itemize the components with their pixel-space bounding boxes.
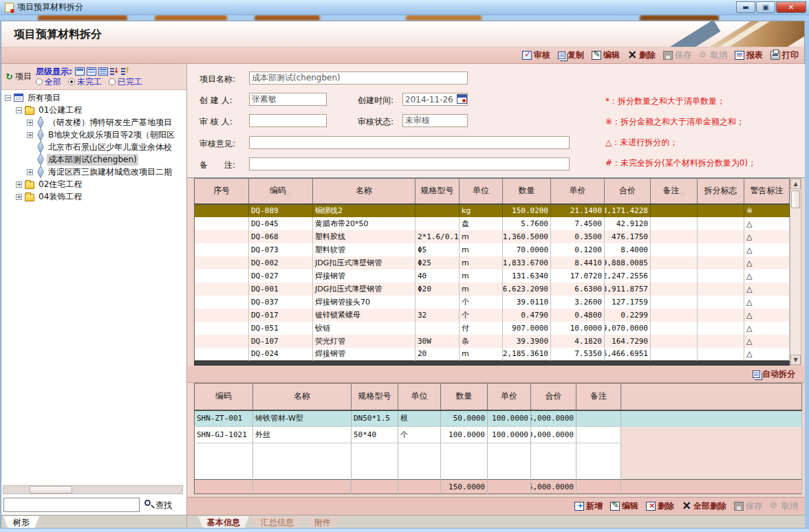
column-header[interactable]: 规格型号 bbox=[352, 384, 398, 410]
tree-item[interactable]: +（研发楼）博特研发生产基地项目 bbox=[1, 116, 186, 129]
expand-icon[interactable]: + bbox=[16, 181, 22, 188]
scroll-up-icon[interactable]: ▲ bbox=[790, 179, 801, 189]
collapse-icon[interactable]: − bbox=[5, 95, 11, 101]
maximize-icon[interactable]: ▣ bbox=[756, 1, 775, 13]
empty-row[interactable] bbox=[195, 443, 802, 480]
delete-row-button[interactable]: 删除 bbox=[646, 500, 674, 512]
column-header[interactable]: 名称 bbox=[253, 384, 352, 410]
column-header[interactable]: 警告标注 bbox=[744, 179, 790, 204]
material-row[interactable]: DQ-002JDG扣压式薄壁钢管Φ25m11,833.67008.441099,… bbox=[195, 256, 790, 269]
layout-view-icon-1[interactable] bbox=[75, 67, 85, 76]
audit-opinion-field[interactable] bbox=[249, 136, 570, 149]
material-row-selected[interactable]: DQ-089铜绑线2kg150.020021.14003,171.4228※ bbox=[195, 204, 790, 217]
column-header[interactable]: 单位 bbox=[460, 179, 503, 204]
column-header[interactable]: 编码△ bbox=[249, 179, 313, 204]
material-row[interactable]: DQ-017镀锌锁紧螺母32个0.47900.48000.2299△ bbox=[195, 309, 790, 322]
calendar-icon[interactable] bbox=[457, 94, 467, 104]
table-vertical-scrollbar[interactable]: ▲ ▼ bbox=[790, 178, 801, 366]
remark-field[interactable] bbox=[249, 157, 570, 170]
material-row[interactable]: DQ-107荧光灯管30W条39.39004.1820164.7290△ bbox=[195, 335, 790, 348]
audit-button[interactable]: 审核 bbox=[522, 49, 550, 61]
copy-button[interactable]: 复制 bbox=[558, 49, 584, 61]
tab-tree-view[interactable]: 树形 bbox=[3, 516, 39, 529]
column-header[interactable]: 合价 bbox=[605, 179, 651, 204]
expand-icon[interactable]: + bbox=[27, 169, 33, 175]
material-row[interactable]: DQ-037焊接钢管接头70个39.01103.2600127.1759△ bbox=[195, 296, 790, 309]
tree-item[interactable]: −01公建工程 bbox=[1, 104, 186, 116]
radio-option[interactable]: 已完工 bbox=[109, 77, 142, 87]
project-name-field[interactable] bbox=[249, 71, 468, 85]
material-row[interactable]: DQ-068塑料胶线2*1.6/0.15m1,360.50000.3500476… bbox=[195, 230, 790, 243]
sort-asc-icon[interactable] bbox=[121, 67, 130, 76]
scroll-down-icon[interactable]: ▼ bbox=[790, 355, 801, 365]
cancel-row-button[interactable]: 取消 bbox=[770, 500, 798, 512]
material-row[interactable]: DQ-051铰链付907.000010.00009,070.0000△ bbox=[195, 322, 790, 335]
save-row-button[interactable]: 保存 bbox=[734, 500, 762, 512]
print-button[interactable]: 打印 bbox=[770, 49, 799, 61]
material-row[interactable]: DQ-027焊接钢管40m131.634017.07202,247.2556△ bbox=[195, 269, 790, 282]
tree-item[interactable]: −所有项目 bbox=[1, 91, 186, 104]
split-row[interactable]: SHN-ZT-001铸铁管材-W型DN50*1.5根50.0000100.000… bbox=[195, 410, 802, 427]
edit-button[interactable]: 编辑 bbox=[592, 49, 620, 61]
table-horizontal-scrollbar[interactable] bbox=[194, 361, 790, 366]
edit-row-button[interactable]: 编辑 bbox=[610, 500, 638, 512]
minimize-icon[interactable]: ▬ bbox=[736, 1, 755, 13]
tree-item[interactable]: +B地块文化娱乐项目等2项（朝阳区 bbox=[1, 129, 186, 141]
column-header[interactable]: 编码 bbox=[195, 384, 253, 410]
expand-icon[interactable]: + bbox=[16, 194, 22, 200]
material-row[interactable]: DQ-045黄腊布带20*50盘5.76007.450042.9120△ bbox=[195, 217, 790, 230]
tree-item[interactable]: +海淀区西三旗建材城危改项目二期 bbox=[1, 166, 186, 178]
tab-inactive[interactable]: 汇总信息 bbox=[252, 516, 303, 529]
tree-item[interactable]: 北京市石景山区少年儿童业余体校 bbox=[1, 141, 186, 153]
refresh-icon[interactable]: ↻ bbox=[6, 71, 13, 82]
column-header[interactable]: 备注△ bbox=[651, 179, 698, 204]
search-icon[interactable] bbox=[144, 500, 151, 506]
column-header[interactable]: 规格型号 bbox=[416, 179, 460, 204]
column-header[interactable]: 拆分标志 bbox=[698, 179, 744, 204]
split-row[interactable]: SHN-GJ-1021外丝50*40个100.0000100.000010,00… bbox=[195, 427, 802, 443]
column-header[interactable]: 单位 bbox=[398, 384, 441, 410]
column-header[interactable]: 名称 bbox=[313, 179, 416, 204]
radio-selected[interactable]: 未完工 bbox=[68, 77, 102, 87]
material-row[interactable]: DQ-024焊接钢管20m2,185.36107.535016,466.6951… bbox=[195, 348, 790, 361]
save-button[interactable]: 保存 bbox=[663, 49, 691, 61]
material-row[interactable]: DQ-073塑料软管Φ5m70.00000.12008.4000△ bbox=[195, 243, 790, 256]
delete-button[interactable]: 删除 bbox=[627, 49, 656, 61]
expand-icon[interactable]: + bbox=[27, 132, 33, 138]
close-icon[interactable]: ✕ bbox=[776, 1, 806, 13]
tree-horizontal-scrollbar[interactable] bbox=[3, 485, 183, 494]
radio-option[interactable]: 全部 bbox=[36, 77, 61, 87]
column-header[interactable]: 序号 bbox=[195, 179, 249, 204]
material-row[interactable]: DQ-001JDG扣压式薄壁钢管Φ20m6,623.20906.630043,9… bbox=[195, 282, 790, 296]
cell: 50.0000 bbox=[441, 410, 488, 427]
tree-search-input[interactable] bbox=[3, 498, 140, 512]
auto-split-button[interactable]: 自动拆分 bbox=[753, 368, 795, 380]
scrollbar-thumb[interactable] bbox=[30, 486, 72, 494]
layout-view-icon-2[interactable] bbox=[87, 67, 96, 76]
tab-inactive[interactable]: 附件 bbox=[305, 516, 340, 529]
collapse-icon[interactable]: − bbox=[16, 107, 22, 113]
search-button[interactable]: 查找 bbox=[155, 500, 172, 511]
column-header[interactable]: 单价 bbox=[488, 384, 531, 410]
tree-item-selected[interactable]: 成本部测试(chengben) bbox=[1, 153, 186, 166]
expand-icon[interactable]: + bbox=[27, 120, 33, 126]
tree-item[interactable]: +02住宅工程 bbox=[1, 178, 186, 190]
audit-status-field[interactable] bbox=[402, 114, 468, 127]
scrollbar-thumb[interactable] bbox=[791, 190, 800, 208]
cancel-button[interactable]: 取消 bbox=[699, 49, 727, 61]
auditor-field[interactable] bbox=[249, 114, 327, 127]
column-header[interactable]: 数量 bbox=[441, 384, 488, 410]
column-header[interactable]: 单价 bbox=[551, 179, 605, 204]
report-button[interactable]: 报表 bbox=[735, 49, 763, 61]
creator-field[interactable] bbox=[249, 93, 327, 106]
tree-item[interactable]: +04装饰工程 bbox=[1, 190, 186, 203]
tab-active[interactable]: 基本信息 bbox=[198, 516, 249, 529]
add-row-button[interactable]: 新增 bbox=[574, 500, 603, 512]
column-header[interactable]: 合价 bbox=[531, 384, 576, 410]
sort-desc-icon[interactable] bbox=[110, 67, 119, 76]
totals-row[interactable]: 150.000015,000.0000 bbox=[195, 480, 802, 494]
column-header[interactable]: 数量 bbox=[503, 179, 551, 204]
layout-view-icon-3[interactable] bbox=[98, 67, 108, 76]
delete-all-button[interactable]: 全部删除 bbox=[682, 500, 726, 512]
column-header[interactable]: 备注 bbox=[576, 384, 621, 410]
